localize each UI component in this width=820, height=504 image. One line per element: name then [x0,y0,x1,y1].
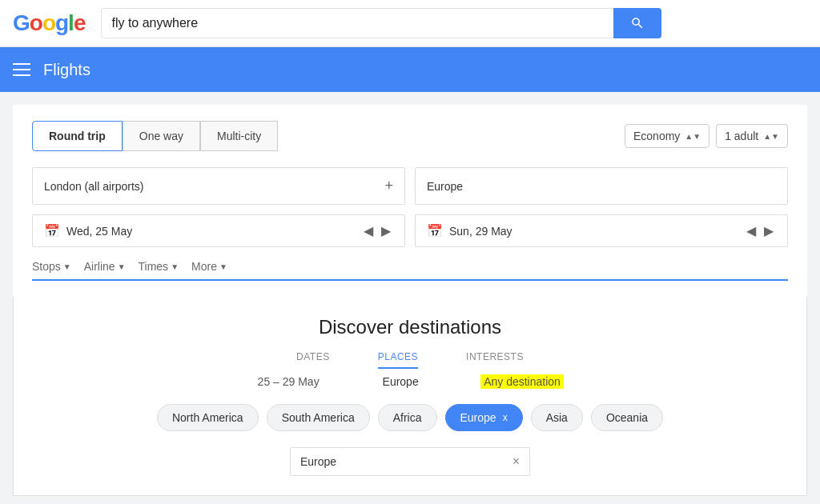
flight-from-box[interactable]: London (all airports) + [32,167,405,205]
filter-stops-label: Stops [32,260,61,273]
times-dropdown-icon: ▼ [171,262,179,271]
trip-tabs-row: Round trip One way Multi-city Economy ▲▼… [32,121,788,151]
discover-tab-dates[interactable]: DATES [296,351,330,369]
logo-e: e [74,10,86,36]
discover-search-clear-icon[interactable]: × [512,454,520,469]
date-return-value: Sun, 29 May [449,225,512,238]
passengers-select[interactable]: 1 adult ▲▼ [716,124,788,148]
chip-europe-label: Europe [460,411,496,424]
date-depart-prev[interactable]: ◀ [361,223,376,238]
search-icon [630,16,645,30]
discover-tab-places[interactable]: PLACES [378,351,418,369]
chip-europe-close-icon[interactable]: x [503,412,508,423]
discover-search-box[interactable]: × [290,447,530,476]
chip-north-america-label: North America [172,411,243,424]
passengers-arrow-icon: ▲▼ [763,132,779,141]
google-logo: Google [13,10,85,36]
discover-interests-highlight: Any destination [480,374,564,389]
calendar-icon-return: 📅 [427,223,443,238]
discover-title: Discover destinations [33,316,787,338]
logo-g2: g [55,10,68,36]
chip-asia[interactable]: Asia [531,404,583,431]
date-depart-box[interactable]: 📅 Wed, 25 May ◀ ▶ [32,214,405,247]
top-bar: Google [0,0,820,47]
calendar-icon: 📅 [44,223,60,238]
discover-tab-values: 25 – 29 May Europe Any destination [33,375,787,388]
chip-oceania-label: Oceania [606,411,648,424]
cabin-label: Economy [633,130,680,142]
date-depart-nav: ◀ ▶ [361,223,393,238]
chip-south-america[interactable]: South America [267,404,370,431]
discover-interests-value: Any destination [480,375,564,388]
logo-o2: o [42,10,55,36]
chip-south-america-label: South America [282,411,355,424]
tab-round-trip[interactable]: Round trip [32,121,123,151]
discover-places-value: Europe [368,375,432,388]
chip-africa[interactable]: Africa [378,404,437,431]
region-chips: North America South America Africa Europ… [33,404,787,431]
tab-multi-city[interactable]: Multi-city [200,121,278,151]
chip-europe[interactable]: Europe x [445,404,523,431]
airline-dropdown-icon: ▼ [118,262,126,271]
main-content: Round trip One way Multi-city Economy ▲▼… [13,105,807,297]
discover-search-input[interactable] [300,455,512,468]
filter-times-label: Times [139,260,169,273]
search-bar-wrapper [101,8,661,38]
date-return-nav: ◀ ▶ [744,223,776,238]
tab-one-way[interactable]: One way [123,121,200,151]
flight-to-box[interactable]: Europe [415,167,788,205]
date-return-prev[interactable]: ◀ [744,223,758,238]
plus-icon[interactable]: + [384,178,393,194]
date-inputs-row: 📅 Wed, 25 May ◀ ▶ 📅 Sun, 29 May ◀ ▶ [32,214,788,247]
filters-row: Stops ▼ Airline ▼ Times ▼ More ▼ [32,260,788,281]
hamburger-menu[interactable] [13,63,30,76]
search-input[interactable] [101,8,613,38]
cabin-select[interactable]: Economy ▲▼ [625,124,709,148]
hamburger-line [13,69,30,70]
discover-tab-interests[interactable]: INTERESTS [466,351,524,369]
chip-north-america[interactable]: North America [157,404,259,431]
discover-dates-value: 25 – 29 May [256,375,320,388]
passengers-label: 1 adult [725,130,758,142]
nav-title: Flights [43,61,90,79]
flight-to-value: Europe [427,180,463,193]
logo-l: l [68,10,74,36]
flight-inputs-row: London (all airports) + Europe [32,167,788,205]
date-return-next[interactable]: ▶ [762,223,776,238]
discover-tabs: DATES PLACES INTERESTS [33,351,787,369]
filter-times[interactable]: Times ▼ [139,260,179,273]
search-button[interactable] [613,8,661,38]
date-depart-value: Wed, 25 May [66,225,132,238]
logo-o1: o [30,10,42,36]
stops-dropdown-icon: ▼ [63,262,71,271]
filter-more-label: More [191,260,217,273]
filter-airline-label: Airline [84,260,115,273]
filter-stops[interactable]: Stops ▼ [32,260,71,273]
nav-bar: Flights [0,47,820,92]
more-dropdown-icon: ▼ [219,262,227,271]
logo-g: G [13,10,30,36]
hamburger-line [13,74,30,76]
flight-from-value: London (all airports) [44,180,144,193]
filter-more[interactable]: More ▼ [191,260,227,273]
chip-asia-label: Asia [546,411,568,424]
date-return-box[interactable]: 📅 Sun, 29 May ◀ ▶ [415,214,788,247]
filter-airline[interactable]: Airline ▼ [84,260,126,273]
date-depart-next[interactable]: ▶ [379,223,393,238]
cabin-arrow-icon: ▲▼ [685,132,701,141]
hamburger-line [13,63,30,65]
discover-section: Discover destinations DATES PLACES INTER… [13,297,807,496]
chip-oceania[interactable]: Oceania [591,404,663,431]
chip-africa-label: Africa [393,411,422,424]
